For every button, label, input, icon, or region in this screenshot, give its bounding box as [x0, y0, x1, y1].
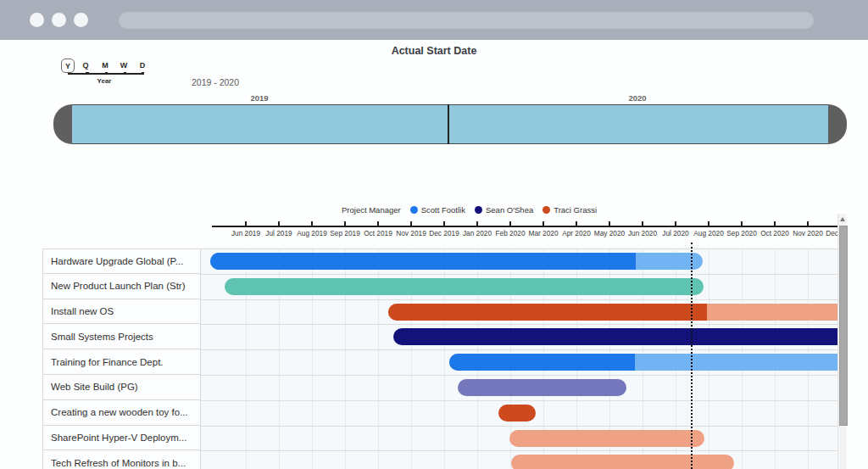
browser-chrome: [0, 0, 868, 40]
gantt-bar[interactable]: [449, 354, 837, 371]
axis-tick: [344, 221, 346, 226]
today-marker-line: [691, 243, 693, 469]
axis-tick: [741, 221, 743, 226]
address-bar[interactable]: [119, 12, 814, 29]
gantt-bar-complete: [388, 304, 707, 321]
gantt-chart-area: [201, 243, 837, 469]
axis-tick: [774, 221, 776, 226]
app-window: Actual Start Date YQMWD Year 2019 - 2020…: [0, 0, 868, 469]
axis-tick: [311, 221, 313, 226]
axis-tick-label: Jun 2019: [227, 229, 264, 237]
period-track-dot: [86, 72, 89, 75]
axis-tick-label: Dec 2020: [822, 229, 837, 237]
axis-tick: [476, 221, 478, 226]
task-row-label[interactable]: New Product Launch Plan (Str): [42, 274, 201, 299]
window-close-icon[interactable]: [30, 13, 44, 27]
timeline-left-handle[interactable]: [53, 104, 72, 144]
axis-tick-label: Aug 2020: [690, 229, 727, 237]
axis-tick-label: Jan 2020: [459, 229, 496, 237]
gantt-bar-complete: [225, 278, 704, 295]
task-row-label[interactable]: Creating a new wooden toy fo...: [42, 400, 201, 426]
window-maximize-icon[interactable]: [74, 13, 88, 27]
axis-tick-label: Nov 2019: [392, 229, 430, 237]
axis-tick-label: Mar 2020: [525, 229, 562, 237]
task-row-label[interactable]: Tech Refresh of Monitors in b...: [42, 450, 201, 469]
axis-tick-label: Sep 2020: [723, 229, 760, 237]
legend-color-dot: [410, 206, 418, 214]
axis-tick-label: Feb 2020: [492, 229, 529, 237]
gantt-bar-complete: [393, 328, 837, 345]
task-row-label[interactable]: Web Site Build (PG): [42, 375, 201, 400]
time-axis: Jun 2019Jul 2019Aug 2019Sep 2019Oct 2019…: [208, 218, 837, 242]
axis-tick: [675, 221, 676, 226]
axis-tick-label: Oct 2020: [756, 229, 793, 237]
legend-item-label: Sean O'Shea: [486, 205, 533, 215]
axis-tick-label: Jun 2020: [624, 229, 661, 237]
axis-tick: [708, 221, 709, 226]
period-option-w[interactable]: W: [118, 61, 130, 70]
scrollbar-up-arrow-icon[interactable]: [840, 217, 845, 221]
legend-item[interactable]: Traci Grassi: [542, 205, 597, 215]
legend-item-label: Traci Grassi: [554, 205, 597, 215]
legend-item-label: Scott Footlik: [421, 205, 465, 215]
timeline-year-label: 2020: [619, 93, 656, 103]
axis-tick: [542, 221, 544, 226]
axis-tick: [576, 221, 577, 226]
axis-tick: [807, 221, 809, 226]
task-row-label[interactable]: Hardware Upgrade Global (P...: [42, 248, 201, 274]
timeline-right-handle[interactable]: [828, 104, 847, 144]
legend-item[interactable]: Scott Footlik: [410, 205, 465, 215]
axis-tick-label: Apr 2020: [558, 229, 595, 237]
task-row-label[interactable]: Install new OS: [42, 299, 201, 325]
period-option-y[interactable]: Y: [61, 59, 75, 73]
axis-tick: [609, 221, 610, 226]
axis-tick: [509, 221, 511, 226]
gantt-bar[interactable]: [511, 455, 734, 469]
task-row-label[interactable]: SharePoint Hyper-V Deploym...: [42, 426, 201, 451]
gantt-bar[interactable]: [388, 304, 837, 321]
period-option-m[interactable]: M: [99, 61, 111, 70]
row-separator: [201, 274, 837, 275]
row-separator: [201, 426, 837, 427]
row-separator: [201, 299, 837, 300]
gantt-bar-complete: [210, 253, 636, 270]
axis-tick-label: Oct 2019: [359, 229, 397, 237]
gantt-bar[interactable]: [393, 328, 837, 345]
task-row-label[interactable]: Training for Finance Dept.: [42, 349, 201, 375]
gantt-bar[interactable]: [225, 278, 704, 295]
period-option-d[interactable]: D: [136, 61, 148, 70]
axis-tick-label: Nov 2020: [789, 229, 826, 237]
legend-item[interactable]: Sean O'Shea: [475, 205, 533, 215]
axis-tick-label: Jul 2019: [260, 229, 298, 237]
axis-tick-label: May 2020: [591, 229, 628, 237]
date-range-label: 2019 - 2020: [192, 77, 239, 87]
gantt-bar-complete: [458, 379, 626, 396]
timeline-year-label: 2019: [241, 93, 278, 103]
legend: Project Manager Scott FootlikSean O'Shea…: [342, 204, 597, 215]
axis-line: [212, 226, 837, 227]
axis-tick: [410, 221, 412, 226]
gantt-bar[interactable]: [509, 430, 704, 447]
gantt-bar[interactable]: [458, 379, 626, 396]
gantt-bar[interactable]: [498, 405, 536, 422]
period-track-dot: [105, 72, 108, 75]
row-separator: [201, 248, 837, 249]
scrollbar-thumb[interactable]: [839, 226, 848, 426]
vertical-scrollbar[interactable]: [837, 214, 847, 469]
axis-tick: [377, 221, 379, 226]
period-selected-caption: Year: [85, 77, 124, 85]
gantt-bar[interactable]: [210, 253, 703, 270]
timeline-brush-bar[interactable]: [72, 104, 828, 144]
window-minimize-icon[interactable]: [52, 13, 66, 27]
axis-tick: [443, 221, 445, 226]
period-track-dot: [124, 72, 127, 75]
axis-tick-label: Dec 2019: [426, 229, 463, 237]
row-separator: [201, 324, 837, 325]
axis-tick: [245, 221, 247, 226]
period-option-q[interactable]: Q: [80, 61, 92, 70]
row-separator: [201, 375, 837, 376]
timeline-year-divider: [448, 104, 449, 144]
task-row-label[interactable]: Small Systems Projects: [42, 324, 201, 349]
gantt-bar-complete: [498, 405, 536, 422]
axis-tick-label: Sep 2019: [326, 229, 364, 237]
